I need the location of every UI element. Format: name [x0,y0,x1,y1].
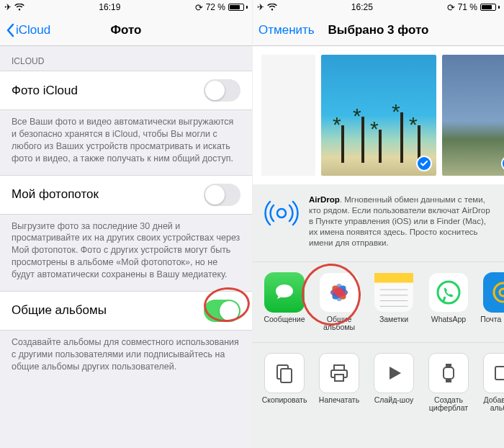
share-app-notes[interactable]: Заметки [371,272,417,332]
cancel-button[interactable]: Отменить [258,23,315,37]
share-app-mailru[interactable]: Почта Mail.ru [480,272,504,332]
back-label: iCloud [16,23,50,37]
airplane-icon: ✈︎ [257,2,264,12]
svg-rect-9 [374,273,413,283]
airplane-icon: ✈︎ [4,2,12,12]
row-photostream[interactable]: Мой фотопоток [0,175,252,215]
rotation-lock-icon: ⟳ [447,2,455,13]
mailru-icon [483,272,504,313]
action-slideshow[interactable]: Слайд-шоу [371,353,417,413]
checkmark-icon [416,156,432,171]
photo-thumbnails [253,46,504,184]
row-footer: Выгрузите фото за последние 30 дней и пр… [0,215,252,291]
battery-icon [480,4,500,11]
photo-thumb-selected[interactable] [442,55,504,176]
photos-icon [319,272,359,313]
svg-point-0 [277,209,286,218]
airdrop-icon [263,194,300,232]
row-footer: Все Ваши фото и видео автоматически выгр… [0,110,252,175]
row-label: Фото iCloud [12,84,78,98]
settings-screen: ✈︎ 16:19 ⟳ 72 % iCloud Фото ICLOUD Фото … [0,0,253,448]
action-copy[interactable]: Скопировать [261,353,307,413]
imessage-icon [264,272,305,313]
toggle-photostream[interactable] [204,184,240,206]
status-bar: ✈︎ 16:19 ⟳ 72 % [0,0,252,14]
rotation-lock-icon: ⟳ [195,2,203,13]
section-header: ICLOUD [0,46,252,71]
print-icon [319,353,359,393]
share-sheet: AirDrop. Мгновенный обмен данными с теми… [253,184,504,448]
svg-rect-19 [334,365,344,370]
photo-thumb-selected[interactable] [321,55,436,176]
action-watchface[interactable]: Создать циферблат [426,353,472,413]
watch-icon [428,353,469,393]
svg-rect-23 [446,364,451,367]
action-add-album[interactable]: Добавить в альбом [480,353,504,413]
notes-icon [374,272,414,313]
svg-rect-18 [281,369,292,382]
svg-point-14 [438,282,459,303]
svg-rect-24 [446,380,451,382]
share-apps-row: Сообщение Общие альбомы Заметки WhatsApp… [253,262,504,343]
chevron-left-icon [6,23,14,37]
share-app-imessage[interactable]: Сообщение [261,272,307,332]
airdrop-row[interactable]: AirDrop. Мгновенный обмен данными с теми… [253,184,504,262]
status-bar: ✈︎ 16:25 ⟳ 71 % [253,0,504,14]
back-button[interactable]: iCloud [6,23,50,37]
svg-rect-25 [495,367,504,380]
copy-icon [264,353,305,393]
toggle-photo-icloud[interactable] [204,79,240,102]
battery-pct: 72 % [206,2,225,12]
row-footer: Создавайте альбомы для совместного испол… [0,331,252,383]
share-actions-row: Скопировать Напечатать Слайд-шоу Создать… [253,343,504,423]
svg-rect-22 [444,367,454,379]
nav-bar: iCloud Фото [0,14,252,46]
share-app-whatsapp[interactable]: WhatsApp [426,272,472,332]
row-photo-icloud[interactable]: Фото iCloud [0,71,252,110]
status-time: 16:25 [277,2,447,12]
svg-rect-21 [335,375,343,381]
wifi-icon [267,4,277,11]
whatsapp-icon [428,272,469,313]
checkmark-icon [501,156,504,171]
action-print[interactable]: Напечатать [316,353,362,413]
wifi-icon [14,4,24,11]
row-shared-albums[interactable]: Общие альбомы [0,291,252,331]
row-label: Общие альбомы [12,303,107,318]
airdrop-description: AirDrop. Мгновенный обмен данными с теми… [309,194,494,248]
battery-icon [228,4,248,11]
share-sheet-screen: ✈︎ 16:25 ⟳ 71 % Отменить Выбрано 3 фото [253,0,504,448]
battery-pct: 71 % [458,2,477,12]
play-icon [374,353,414,393]
row-label: Мой фотопоток [12,187,99,202]
status-time: 16:19 [24,2,195,12]
photo-thumb[interactable] [261,55,315,176]
nav-bar: Отменить Выбрано 3 фото [253,14,504,46]
share-app-shared-albums[interactable]: Общие альбомы [316,272,362,332]
toggle-shared-albums[interactable] [204,300,240,322]
svg-point-16 [500,289,504,296]
add-album-icon [483,353,504,393]
